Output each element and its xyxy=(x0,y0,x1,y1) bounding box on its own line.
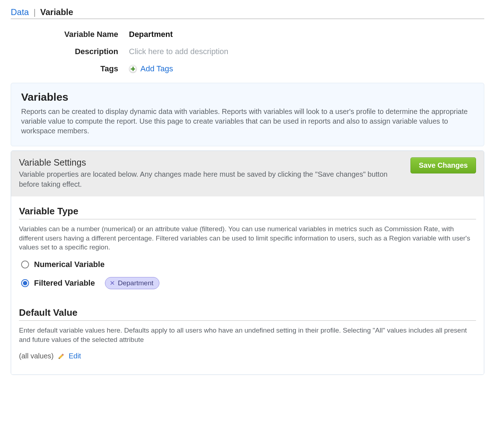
edit-default-link[interactable]: Edit xyxy=(69,352,81,360)
settings-header: Variable Settings Variable properties ar… xyxy=(11,151,484,196)
variable-type-title: Variable Type xyxy=(19,206,476,217)
default-value-divider xyxy=(19,320,476,321)
variable-type-divider xyxy=(19,219,476,219)
radio-numerical-label: Numerical Variable xyxy=(34,260,105,269)
plus-icon xyxy=(131,67,135,71)
breadcrumb: Data | Variable xyxy=(11,7,484,17)
variable-settings-page: Data | Variable Variable Name Department… xyxy=(0,0,495,386)
variable-settings-panel: Variable Settings Variable properties ar… xyxy=(11,151,484,375)
variable-meta: Variable Name Department Description Cli… xyxy=(11,30,484,73)
radio-numerical-row[interactable]: Numerical Variable xyxy=(21,260,476,269)
radio-filtered[interactable] xyxy=(21,279,29,287)
radio-filtered-label: Filtered Variable xyxy=(34,278,95,288)
settings-body: Variable Type Variables can be a number … xyxy=(11,196,484,375)
variable-type-description: Variables can be a number (numerical) or… xyxy=(19,224,476,252)
save-changes-button[interactable]: Save Changes xyxy=(410,157,476,173)
default-value-title: Default Value xyxy=(19,307,476,318)
default-value-description: Enter default variable values here. Defa… xyxy=(19,326,476,344)
radio-numerical[interactable] xyxy=(21,261,29,268)
settings-description: Variable properties are located below. A… xyxy=(19,169,403,189)
info-body: Reports can be created to display dynami… xyxy=(21,107,474,136)
description-input[interactable]: Click here to add description xyxy=(129,47,484,56)
add-tags-link[interactable]: Add Tags xyxy=(140,64,173,73)
breadcrumb-separator: | xyxy=(33,7,35,17)
info-title: Variables xyxy=(21,91,474,103)
remove-filter-icon[interactable]: ✕ xyxy=(110,280,115,286)
variables-info-panel: Variables Reports can be created to disp… xyxy=(11,83,484,146)
tags-label: Tags xyxy=(11,64,129,73)
default-value-display: (all values) xyxy=(19,352,54,360)
breadcrumb-divider xyxy=(11,19,484,19)
variable-name-value[interactable]: Department xyxy=(129,30,484,39)
settings-title: Variable Settings xyxy=(19,157,403,168)
default-value-row: (all values) Edit xyxy=(19,352,476,360)
radio-filtered-row[interactable]: Filtered Variable ✕ Department xyxy=(21,277,476,289)
description-label: Description xyxy=(11,47,129,56)
pencil-icon xyxy=(58,353,64,359)
variable-name-label: Variable Name xyxy=(11,30,129,39)
breadcrumb-root-link[interactable]: Data xyxy=(11,7,29,17)
breadcrumb-current: Variable xyxy=(40,7,73,17)
filter-attribute-pill[interactable]: ✕ Department xyxy=(105,277,159,289)
add-tag-icon[interactable] xyxy=(129,65,137,73)
filter-attribute-name: Department xyxy=(118,279,153,287)
